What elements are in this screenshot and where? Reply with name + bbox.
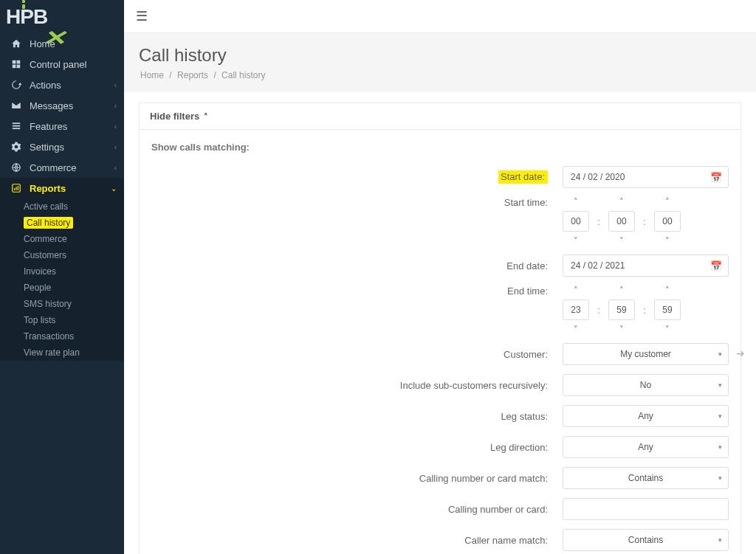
start-date-input[interactable]: 24 / 02 / 2020 📅 bbox=[563, 166, 729, 188]
panel-icon bbox=[9, 59, 24, 69]
hour-up-icon[interactable]: ˄ bbox=[563, 197, 589, 207]
features-icon bbox=[9, 121, 24, 131]
calling-match-select[interactable]: Contains▾ bbox=[563, 467, 729, 489]
gear-icon bbox=[9, 142, 24, 152]
messages-icon bbox=[9, 100, 24, 111]
sub-commerce[interactable]: Commerce bbox=[0, 231, 124, 247]
chevron-left-icon: ‹ bbox=[114, 122, 117, 131]
start-minute-input[interactable]: 00 bbox=[608, 211, 635, 232]
hour-up-icon[interactable]: ˄ bbox=[563, 285, 589, 295]
second-up-icon[interactable]: ˄ bbox=[654, 285, 681, 295]
sidebar-item-features[interactable]: Features ‹ bbox=[0, 116, 124, 136]
sub-sms-history[interactable]: SMS history bbox=[0, 296, 124, 312]
start-time-label: Start time: bbox=[151, 197, 563, 208]
sidebar-item-commerce[interactable]: Commerce ‹ bbox=[0, 157, 124, 178]
leg-direction-select[interactable]: Any▾ bbox=[563, 436, 729, 458]
breadcrumb-reports[interactable]: Reports bbox=[177, 70, 208, 80]
minute-up-icon[interactable]: ˄ bbox=[608, 285, 635, 295]
svg-rect-10 bbox=[16, 187, 16, 190]
svg-rect-3 bbox=[17, 65, 21, 69]
calendar-icon: 📅 bbox=[710, 260, 722, 271]
leg-status-select[interactable]: Any▾ bbox=[563, 405, 729, 427]
second-up-icon[interactable]: ˄ bbox=[654, 197, 681, 207]
caret-down-icon: ▾ bbox=[718, 474, 722, 482]
topbar: ☰ bbox=[124, 0, 756, 33]
sidebar-item-messages[interactable]: Messages ‹ bbox=[0, 95, 124, 116]
end-date-label: End date: bbox=[151, 260, 563, 271]
sub-top-lists[interactable]: Top lists bbox=[0, 312, 124, 328]
minute-up-icon[interactable]: ˄ bbox=[608, 197, 635, 207]
caret-down-icon: ▾ bbox=[718, 381, 722, 389]
sidebar-item-label: Messages bbox=[30, 100, 73, 111]
sidebar-item-control-panel[interactable]: Control panel bbox=[0, 54, 124, 75]
leg-direction-label: Leg direction: bbox=[151, 442, 563, 453]
chevron-up-icon: ˄ bbox=[204, 112, 208, 121]
home-icon bbox=[9, 38, 24, 49]
sidebar-item-label: Features bbox=[30, 121, 67, 132]
sub-active-calls[interactable]: Active calls bbox=[0, 198, 124, 215]
caret-down-icon: ▾ bbox=[718, 536, 722, 544]
second-down-icon[interactable]: ˅ bbox=[654, 325, 681, 334]
filters-panel: Hide filters ˄ Show calls matching: Star… bbox=[139, 103, 741, 554]
sub-customers[interactable]: Customers bbox=[0, 247, 124, 263]
sidebar-nav: Home Control panel Actions ‹ Messages ‹ bbox=[0, 33, 124, 361]
breadcrumb-current: Call history bbox=[221, 70, 265, 80]
customer-select[interactable]: My customer▾ bbox=[563, 343, 729, 365]
page-title: Call history bbox=[139, 45, 741, 66]
sidebar-item-actions[interactable]: Actions ‹ bbox=[0, 75, 124, 95]
sub-call-history[interactable]: Call history bbox=[0, 215, 124, 231]
sidebar-item-reports[interactable]: Reports ⌄ bbox=[0, 178, 124, 198]
chevron-left-icon: ‹ bbox=[114, 102, 117, 110]
customer-label: Customer: bbox=[151, 349, 563, 360]
globe-icon bbox=[9, 162, 24, 173]
minute-down-icon[interactable]: ˅ bbox=[608, 236, 635, 246]
start-hour-input[interactable]: 00 bbox=[563, 211, 589, 232]
sub-invoices[interactable]: Invoices bbox=[0, 263, 124, 280]
sidebar-item-label: Home bbox=[30, 38, 55, 49]
chevron-left-icon: ‹ bbox=[114, 164, 117, 172]
svg-rect-6 bbox=[13, 128, 21, 129]
sidebar-item-label: Reports bbox=[30, 183, 66, 194]
sidebar-item-label: Actions bbox=[30, 80, 61, 91]
svg-rect-9 bbox=[14, 188, 15, 190]
hour-down-icon[interactable]: ˅ bbox=[563, 325, 589, 334]
include-sub-select[interactable]: No▾ bbox=[563, 374, 729, 396]
end-time-label: End time: bbox=[151, 285, 563, 297]
caller-name-match-select[interactable]: Contains▾ bbox=[563, 529, 729, 551]
menu-toggle-icon[interactable]: ☰ bbox=[136, 8, 148, 24]
filters-section-label: Show calls matching: bbox=[151, 142, 729, 153]
calling-value-input[interactable] bbox=[563, 498, 729, 520]
end-date-input[interactable]: 24 / 02 / 2021 📅 bbox=[563, 255, 729, 277]
sidebar-item-label: Control panel bbox=[30, 59, 86, 70]
hour-down-icon[interactable]: ˅ bbox=[563, 236, 589, 246]
sub-people[interactable]: People bbox=[0, 280, 124, 296]
filters-toggle[interactable]: Hide filters ˄ bbox=[140, 103, 740, 130]
calling-match-label: Calling number or card match: bbox=[151, 473, 563, 484]
calendar-icon: 📅 bbox=[710, 172, 722, 183]
sub-view-rate-plan[interactable]: View rate plan bbox=[0, 344, 124, 361]
page-header: Call history Home / Reports / Call histo… bbox=[124, 33, 756, 92]
end-second-input[interactable]: 59 bbox=[654, 299, 681, 320]
chevron-left-icon: ‹ bbox=[114, 143, 117, 151]
content: Hide filters ˄ Show calls matching: Star… bbox=[124, 92, 756, 554]
sidebar-item-settings[interactable]: Settings ‹ bbox=[0, 136, 124, 157]
sub-transactions[interactable]: Transactions bbox=[0, 328, 124, 344]
sidebar: HPB Home Control panel Actions ‹ bbox=[0, 0, 124, 554]
second-down-icon[interactable]: ˅ bbox=[654, 236, 681, 246]
svg-rect-11 bbox=[18, 186, 18, 190]
sidebar-item-label: Commerce bbox=[30, 162, 77, 173]
start-date-label: Start date: bbox=[151, 170, 563, 184]
logo: HPB bbox=[0, 0, 124, 33]
end-hour-input[interactable]: 23 bbox=[563, 299, 589, 320]
svg-rect-1 bbox=[17, 60, 21, 64]
minute-down-icon[interactable]: ˅ bbox=[608, 325, 635, 334]
breadcrumb-home[interactable]: Home bbox=[140, 70, 164, 80]
leg-status-label: Leg status: bbox=[151, 411, 563, 422]
svg-rect-4 bbox=[13, 122, 21, 124]
start-second-input[interactable]: 00 bbox=[654, 211, 681, 232]
sidebar-item-home[interactable]: Home bbox=[0, 33, 124, 54]
caret-down-icon: ▾ bbox=[718, 443, 722, 451]
end-minute-input[interactable]: 59 bbox=[608, 299, 635, 320]
end-time-widget: ˄ ˄ ˄ 23: 59: 59 ˅ ˅ ˅ bbox=[563, 285, 729, 334]
svg-rect-5 bbox=[13, 125, 21, 127]
